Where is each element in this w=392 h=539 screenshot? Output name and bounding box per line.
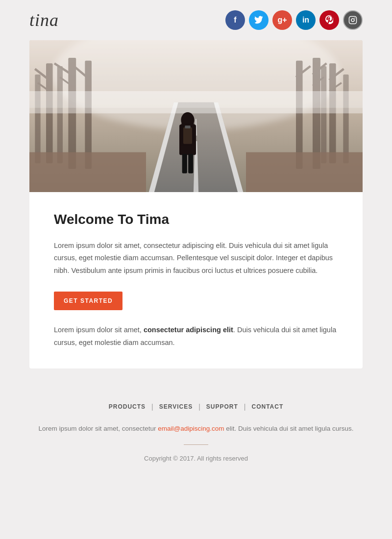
- instagram-icon[interactable]: [343, 10, 363, 30]
- main-content: Welcome To Tima Lorem ipsum dolor sit am…: [0, 40, 392, 383]
- footer-nav-support[interactable]: SUPPORT: [206, 403, 238, 410]
- svg-rect-36: [183, 127, 192, 144]
- footer-desc-rest: elit. Duis vehicula dui sit amet ligula …: [224, 425, 354, 432]
- get-started-button[interactable]: GET STARTED: [54, 292, 122, 310]
- facebook-icon[interactable]: f: [225, 10, 245, 30]
- svg-rect-31: [246, 152, 363, 192]
- footer-nav-services[interactable]: SERVICES: [159, 403, 193, 410]
- footer: PRODUCTS | SERVICES | SUPPORT | CONTACT …: [0, 383, 392, 477]
- footer-email-link[interactable]: email@adipiscing.com: [158, 425, 224, 432]
- hero-image: [29, 40, 363, 192]
- svg-rect-0: [349, 17, 357, 24]
- intro-text: Lorem ipsum dolor sit amet, consectetur …: [54, 240, 338, 277]
- twitter-icon[interactable]: [249, 10, 269, 30]
- footer-divider: [184, 444, 208, 445]
- secondary-text-plain: Lorem ipsum dolor sit amet,: [54, 326, 144, 334]
- secondary-text: Lorem ipsum dolor sit amet, consectetur …: [54, 324, 338, 349]
- footer-description: Lorem ipsum dolor sit amet, consectetur …: [29, 423, 363, 435]
- svg-rect-40: [29, 40, 363, 108]
- footer-nav-contact[interactable]: CONTACT: [251, 403, 283, 410]
- logo: tina: [29, 10, 59, 30]
- footer-nav-sep-3: |: [244, 403, 246, 411]
- welcome-title: Welcome To Tima: [54, 212, 338, 227]
- footer-nav-sep-2: |: [198, 403, 200, 411]
- svg-rect-38: [182, 154, 187, 173]
- secondary-text-bold: consectetur adipiscing elit: [144, 326, 233, 334]
- content-card: Welcome To Tima Lorem ipsum dolor sit am…: [29, 192, 363, 368]
- svg-rect-37: [185, 125, 190, 128]
- footer-nav: PRODUCTS | SERVICES | SUPPORT | CONTACT: [29, 403, 363, 411]
- svg-point-1: [351, 19, 354, 22]
- svg-rect-30: [29, 152, 146, 192]
- header: tina f g+ in: [0, 0, 392, 40]
- google-plus-icon[interactable]: g+: [272, 10, 292, 30]
- svg-rect-39: [188, 154, 193, 173]
- pinterest-icon[interactable]: [319, 10, 339, 30]
- footer-nav-sep-1: |: [151, 403, 153, 411]
- social-icons-container: f g+ in: [225, 10, 363, 30]
- footer-copyright: Copyright © 2017. All rights reserved: [29, 455, 363, 462]
- footer-nav-products[interactable]: PRODUCTS: [109, 403, 146, 410]
- svg-point-2: [354, 18, 355, 19]
- linkedin-icon[interactable]: in: [296, 10, 316, 30]
- footer-desc-plain: Lorem ipsum dolor sit amet, consectetur: [38, 425, 158, 432]
